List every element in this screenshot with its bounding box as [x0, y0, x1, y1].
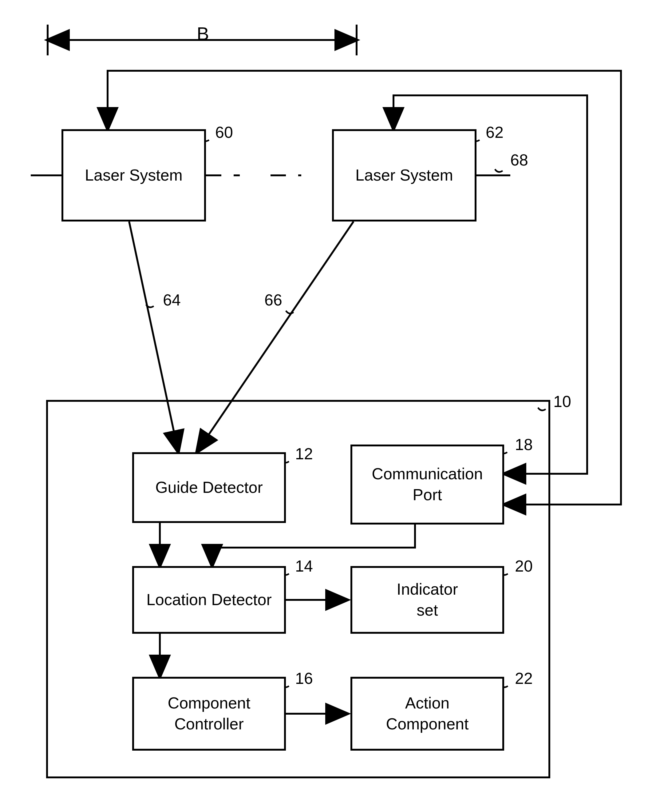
location-detector-label: Location Detector: [146, 590, 272, 610]
ref-66: 66: [264, 291, 282, 309]
laser-system-2-box: Laser System: [332, 129, 476, 221]
communication-port-label: Communication Port: [372, 464, 483, 505]
dimension-label-b: B: [197, 23, 209, 44]
laser-system-1-box: Laser System: [61, 129, 206, 221]
guide-detector-label: Guide Detector: [155, 477, 263, 498]
communication-port-box: Communication Port: [351, 444, 504, 525]
indicator-set-label: Indicator set: [397, 579, 458, 621]
indicator-set-box: Indicator set: [351, 566, 504, 634]
ref-60: 60: [215, 123, 233, 142]
ref-10: 10: [553, 392, 571, 411]
ref-14: 14: [295, 557, 313, 575]
ref-22: 22: [515, 669, 533, 687]
ref-12: 12: [295, 444, 313, 463]
action-component-box: Action Component: [351, 677, 504, 751]
component-controller-box: Component Controller: [132, 677, 286, 751]
ref-16: 16: [295, 669, 313, 687]
ref-68: 68: [510, 151, 528, 169]
ref-64: 64: [163, 291, 181, 309]
action-component-label: Action Component: [386, 693, 469, 734]
location-detector-box: Location Detector: [132, 566, 286, 634]
ref-18: 18: [515, 435, 533, 454]
ref-20: 20: [515, 557, 533, 575]
laser-system-2-label: Laser System: [355, 165, 453, 186]
laser-system-1-label: Laser System: [85, 165, 183, 186]
component-controller-label: Component Controller: [168, 693, 250, 734]
guide-detector-box: Guide Detector: [132, 452, 286, 523]
ref-62: 62: [486, 123, 504, 142]
